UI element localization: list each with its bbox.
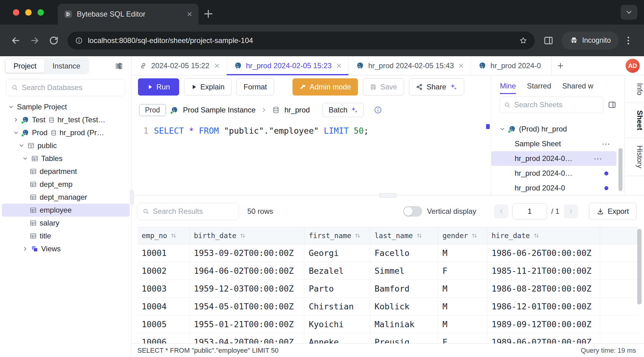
bookmark-icon[interactable]	[519, 37, 527, 45]
forward-button[interactable]	[29, 35, 40, 46]
browser-menu-icon[interactable]	[623, 35, 634, 46]
split-drag-handle[interactable]	[379, 193, 397, 198]
column-header-emp_no[interactable]: emp_no	[137, 227, 190, 244]
worksheet-tab[interactable]: hr_prod 2024-02-05 15:23	[227, 56, 349, 75]
collapse-caret-icon[interactable]	[22, 155, 28, 162]
results-scrollbar[interactable]	[637, 229, 642, 304]
results-search-input[interactable]	[153, 207, 234, 216]
results-search-box[interactable]	[137, 203, 239, 220]
close-tab-icon[interactable]	[186, 11, 193, 18]
tree-item-public[interactable]: public	[0, 139, 132, 152]
rail-tab-sheet[interactable]: Sheet	[625, 103, 644, 138]
sql-editor[interactable]: 1 SELECT * FROM "public"."employee" LIMI…	[132, 122, 491, 195]
collapse-panel-icon[interactable]	[608, 100, 616, 109]
column-header-first_name[interactable]: first_name	[304, 227, 370, 244]
table-row[interactable]: 100061953-04-20T00:00:00ZAnnekePreusigF1…	[137, 333, 638, 343]
sheet-search-box[interactable]	[499, 96, 603, 113]
info-icon[interactable]	[374, 106, 382, 114]
sheet-group[interactable]: (Prod) hr_prod	[491, 122, 624, 136]
tab-project[interactable]: Project	[6, 59, 45, 73]
sort-icon[interactable]	[416, 232, 423, 239]
worksheet-tab[interactable]: hr_prod 2024-02-05 15:43	[349, 56, 471, 75]
database-search-box[interactable]	[6, 79, 125, 96]
browser-tab[interactable]: Bytebase SQL Editor	[58, 4, 198, 25]
back-button[interactable]	[10, 35, 21, 46]
admin-mode-button[interactable]: Admin mode	[293, 78, 358, 96]
sheet-tab-mine[interactable]: Mine	[500, 76, 516, 96]
tree-item-prod[interactable]: Prodhr_prod (Pr…	[0, 126, 132, 139]
user-avatar[interactable]: AD	[626, 59, 640, 73]
sort-icon[interactable]	[354, 232, 361, 239]
expand-caret-icon[interactable]	[22, 246, 28, 252]
tab-instance[interactable]: Instance	[45, 59, 88, 73]
table-row[interactable]: 100041954-05-01T00:00:00ZChirstianKoblic…	[137, 298, 638, 316]
sql-code[interactable]: SELECT * FROM "public"."employee" LIMIT …	[154, 122, 369, 195]
sheet-search-input[interactable]	[514, 100, 599, 109]
minimize-window-button[interactable]	[25, 9, 32, 16]
run-button[interactable]: Run	[138, 78, 179, 96]
column-header-hire_date[interactable]: hire_date	[487, 227, 600, 244]
sheet-item[interactable]: hr_prod 2024-0…⋯	[491, 151, 616, 166]
sort-icon[interactable]	[170, 232, 177, 239]
vertical-display-toggle[interactable]	[403, 206, 422, 217]
sheet-tab-shared-w[interactable]: Shared w	[562, 76, 593, 96]
worksheet-tab[interactable]: hr_prod 2024-0	[471, 56, 552, 75]
sheet-menu-icon[interactable]: ⋯	[602, 139, 611, 149]
share-button[interactable]: Share	[409, 78, 464, 96]
sort-icon[interactable]	[239, 232, 246, 239]
new-worksheet-button[interactable]	[552, 56, 569, 75]
column-header-birth_date[interactable]: birth_date	[190, 227, 304, 244]
tree-item-views[interactable]: Views	[0, 242, 132, 255]
ai-sparkle-icon[interactable]	[450, 83, 457, 91]
table-row[interactable]: 100011953-09-02T00:00:00ZGeorgiFacelloM1…	[137, 244, 638, 262]
rail-tab-history[interactable]: History	[625, 138, 644, 176]
close-window-button[interactable]	[13, 9, 19, 16]
tree-item-dept-manager[interactable]: dept_manager	[0, 191, 132, 204]
site-info-icon[interactable]	[75, 37, 83, 45]
tree-item-tables[interactable]: Tables	[0, 152, 132, 165]
table-row[interactable]: 100051955-01-21T00:00:00ZKyoichiMaliniak…	[137, 316, 638, 333]
sidebar-resize-handle[interactable]	[130, 190, 134, 205]
export-button[interactable]: Export	[589, 203, 637, 220]
worksheet-tab[interactable]: 2024-02-05 15:22	[132, 56, 227, 75]
sort-icon[interactable]	[533, 232, 540, 239]
prev-page-button[interactable]	[494, 204, 508, 218]
save-button[interactable]: Save	[363, 78, 404, 96]
close-worksheet-icon[interactable]	[458, 62, 465, 69]
tree-item-department[interactable]: department	[0, 165, 132, 178]
address-bar[interactable]: localhost:8080/sql-editor/sheet/project-…	[68, 32, 535, 49]
tree-item-test[interactable]: Testhr_test (Test…	[0, 113, 132, 126]
rail-tab-info[interactable]: Info	[625, 76, 644, 103]
table-row[interactable]: 100031959-12-03T00:00:00ZPartoBamfordM19…	[137, 280, 638, 298]
format-button[interactable]: Format	[237, 78, 274, 96]
expand-caret-icon[interactable]	[13, 117, 19, 123]
filter-settings-icon[interactable]	[114, 61, 124, 71]
batch-button[interactable]: Batch	[323, 103, 363, 117]
close-worksheet-icon[interactable]	[336, 62, 342, 69]
column-header-gender[interactable]: gender	[438, 227, 487, 244]
new-tab-button[interactable]	[202, 8, 214, 20]
sheet-scrollbar[interactable]	[618, 148, 622, 191]
close-worksheet-icon[interactable]	[214, 62, 220, 69]
tree-item-title[interactable]: title	[0, 230, 132, 242]
tree-item-dept-emp[interactable]: dept_emp	[0, 178, 132, 191]
tree-item-salary[interactable]: salary	[0, 217, 132, 230]
collapse-caret-icon[interactable]	[13, 130, 19, 136]
sheet-item[interactable]: hr_prod 2024-0…	[491, 166, 624, 181]
collapse-caret-icon[interactable]	[8, 104, 14, 110]
database-search-input[interactable]	[22, 83, 120, 92]
reload-button[interactable]	[49, 35, 59, 46]
sort-icon[interactable]	[471, 232, 478, 239]
database-name[interactable]: hr_prod	[285, 106, 310, 114]
sheet-item[interactable]: hr_prod 2024-0	[491, 181, 624, 195]
explain-button[interactable]: Explain	[184, 78, 232, 96]
instance-name[interactable]: Prod Sample Instance	[183, 106, 256, 114]
side-panel-icon[interactable]	[543, 35, 554, 46]
sheet-menu-icon[interactable]: ⋯	[594, 154, 603, 164]
sheet-item[interactable]: Sample Sheet⋯	[491, 136, 624, 151]
collapse-caret-icon[interactable]	[499, 126, 505, 132]
collapse-caret-icon[interactable]	[18, 143, 25, 149]
tab-list-button[interactable]	[621, 5, 637, 20]
sheet-tab-starred[interactable]: Starred	[527, 76, 551, 96]
next-page-button[interactable]	[564, 204, 578, 218]
